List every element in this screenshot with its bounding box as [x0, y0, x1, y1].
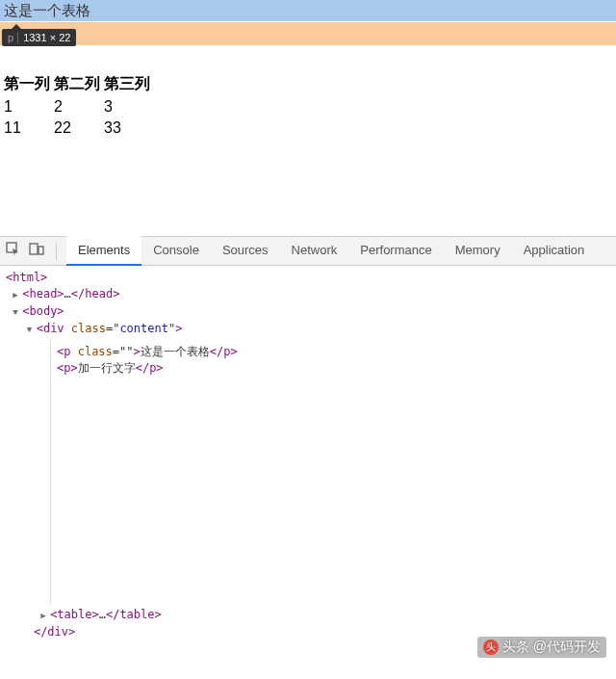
dom-node[interactable]: <table>: [50, 608, 99, 621]
devtools-tabs: Elements Console Sources Network Perform…: [66, 236, 596, 266]
dom-text: 这是一个表格: [141, 345, 210, 358]
expand-icon[interactable]: ▶: [13, 287, 22, 303]
collapse-icon[interactable]: ▼: [27, 322, 37, 338]
ellipsis: …: [99, 608, 106, 621]
devtools-panel: Elements Console Sources Network Perform…: [0, 236, 616, 644]
tab-console[interactable]: Console: [141, 236, 211, 266]
svg-rect-1: [30, 244, 38, 254]
margin-highlight: [0, 22, 616, 45]
elements-tree[interactable]: <html> ▶<head>…</head> ▼<body> ▼<div cla…: [0, 266, 616, 644]
table-cell: 3: [104, 96, 154, 118]
dom-attr-value: content: [119, 322, 168, 335]
table-cell: 2: [54, 96, 104, 118]
watermark-icon: 头: [483, 640, 499, 655]
inspect-icon[interactable]: [6, 242, 21, 260]
inspected-element-highlight: 这是一个表格: [0, 0, 616, 21]
dom-text: ">: [168, 322, 182, 335]
tab-memory[interactable]: Memory: [444, 236, 512, 266]
watermark: 头 头条 @代码开发: [477, 637, 606, 658]
dom-node[interactable]: <p>: [57, 361, 78, 375]
tab-sources[interactable]: Sources: [211, 236, 280, 266]
dom-attr-name: class: [78, 345, 113, 358]
tab-performance[interactable]: Performance: [348, 236, 443, 266]
table-cell: 22: [54, 118, 104, 139]
table-row: 11 22 33: [4, 118, 154, 139]
dom-text: =": [106, 322, 119, 335]
devtools-toolbar: Elements Console Sources Network Perform…: [0, 237, 616, 266]
dom-node[interactable]: </p>: [210, 345, 238, 358]
tooltip-dimensions: 1331 × 22: [17, 32, 70, 43]
tab-elements[interactable]: Elements: [66, 236, 141, 266]
table-cell: 1: [4, 96, 54, 118]
table-row: 1 2 3: [4, 96, 154, 118]
dom-text: ="": [113, 345, 134, 358]
dom-node[interactable]: </head>: [71, 287, 120, 300]
collapse-icon[interactable]: ▼: [13, 304, 22, 321]
table-header: 第三列: [104, 72, 154, 96]
dom-node[interactable]: </div>: [34, 625, 75, 639]
tooltip-element-tag: p: [8, 32, 13, 43]
dom-text: >: [134, 345, 141, 358]
expand-icon[interactable]: ▶: [40, 608, 50, 624]
svg-rect-2: [38, 247, 43, 254]
table-header: 第二列: [54, 72, 104, 96]
content-table: 第一列 第二列 第三列 1 2 3 11 22 33: [4, 72, 154, 139]
dom-text: 加一行文字: [78, 361, 136, 375]
dom-children-box: <p class="">这是一个表格</p> <p>加一行文字</p>: [50, 340, 610, 605]
table-cell: 33: [104, 118, 154, 139]
dom-node[interactable]: <p: [57, 345, 78, 358]
table-cell: 11: [4, 118, 54, 139]
watermark-prefix: 头条: [502, 639, 529, 656]
table-header: 第一列: [4, 72, 54, 96]
watermark-text: @代码开发: [533, 639, 601, 656]
toolbar-separator: [56, 243, 57, 260]
dom-node[interactable]: </table>: [106, 608, 162, 621]
element-tooltip: p 1331 × 22: [2, 29, 76, 46]
tab-application[interactable]: Application: [512, 236, 597, 266]
tab-network[interactable]: Network: [280, 236, 349, 266]
dom-node[interactable]: <body>: [22, 304, 64, 318]
device-toolbar-icon[interactable]: [29, 242, 44, 260]
dom-node[interactable]: <head>: [22, 287, 64, 300]
ellipsis: …: [64, 287, 71, 300]
dom-node[interactable]: </p>: [136, 361, 164, 375]
dom-node[interactable]: <div: [37, 322, 71, 335]
dom-node[interactable]: <html>: [6, 271, 47, 284]
dom-attr-name: class: [71, 322, 106, 335]
